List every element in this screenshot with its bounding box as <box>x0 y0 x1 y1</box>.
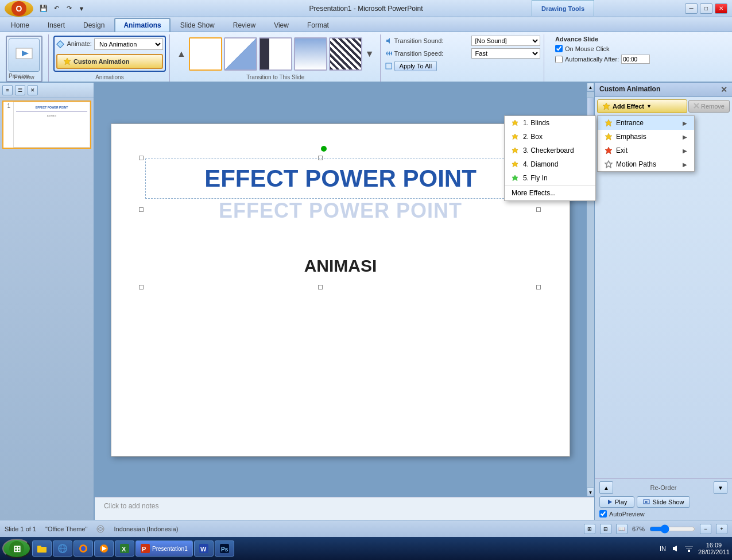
close-button[interactable]: ✕ <box>715 3 727 14</box>
system-clock[interactable]: 16:09 28/02/2011 <box>698 542 730 555</box>
custom-animation-panel: Custom Animation ✕ Add Effect ▼ Remove <box>594 83 732 520</box>
taskbar-firefox[interactable] <box>73 540 93 557</box>
effect-diamond[interactable]: 4. Diamond <box>505 157 595 171</box>
tab-insert[interactable]: Insert <box>39 18 73 32</box>
exit-menu-item[interactable]: Exit ▶ <box>598 144 694 157</box>
slideshow-button[interactable]: Slide Show <box>637 496 690 508</box>
rotate-handle[interactable] <box>321 146 327 152</box>
svg-marker-6 <box>64 58 71 65</box>
svg-text:W: W <box>200 546 207 553</box>
selection-handle-mr[interactable] <box>536 207 541 212</box>
sound-select[interactable]: [No Sound] <box>471 36 540 46</box>
zoom-slider[interactable] <box>649 525 695 533</box>
redo-button[interactable]: ↷ <box>63 3 75 14</box>
slide-thumbnail-1[interactable]: 1 EFFECT POWER POINT ANIMASI <box>2 101 91 149</box>
tab-home[interactable]: Home <box>2 18 38 32</box>
minimize-button[interactable]: ─ <box>685 3 698 14</box>
transition-settings-content: Transition Sound: [No Sound] Transition … <box>385 36 540 80</box>
effect-checkerboard[interactable]: 3. Checkerboard <box>505 144 595 157</box>
effect-box[interactable]: 2. Box <box>505 130 595 144</box>
panel-close-btn[interactable]: ✕ <box>721 85 727 94</box>
transition-prev[interactable]: ▲ <box>176 48 187 60</box>
slide-sorter-btn[interactable]: ⊟ <box>600 524 611 534</box>
svg-text:X: X <box>122 546 126 553</box>
play-button[interactable]: Play <box>599 496 634 508</box>
custom-animation-button[interactable]: Custom Animation <box>56 54 163 69</box>
save-button[interactable]: 💾 <box>38 3 49 14</box>
normal-view-btn[interactable]: ⊞ <box>584 524 595 534</box>
network-icon[interactable] <box>684 544 694 553</box>
svg-marker-18 <box>605 161 612 168</box>
tab-review[interactable]: Review <box>224 18 264 32</box>
selection-handle-br[interactable] <box>536 285 541 289</box>
zoom-out-btn[interactable]: − <box>700 524 711 534</box>
tab-view[interactable]: View <box>265 18 297 32</box>
animations-group: Animate: No Animation Custom Animation A… <box>50 34 170 82</box>
remove-button[interactable]: Remove <box>688 100 730 113</box>
transition-fade[interactable] <box>224 37 257 71</box>
scroll-down-button[interactable]: ▼ <box>587 488 594 497</box>
selection-handle-ml[interactable] <box>139 207 144 212</box>
emphasis-menu-item[interactable]: Emphasis ▶ <box>598 130 694 144</box>
custom-animation-box: Animate: No Animation Custom Animation <box>53 36 166 72</box>
advance-content: Advance Slide On Mouse Click Automatical… <box>555 36 650 80</box>
slide-mini-preview: EFFECT POWER POINT ANIMASI <box>13 102 90 148</box>
office-logo[interactable]: O <box>5 1 33 17</box>
taskbar-word[interactable]: W <box>194 540 214 557</box>
preview-button[interactable] <box>9 38 40 72</box>
zoom-in-btn[interactable]: + <box>716 524 727 534</box>
entrance-menu-item[interactable]: Entrance ▶ <box>598 116 694 130</box>
speed-select[interactable]: Fast <box>471 48 540 59</box>
volume-icon[interactable] <box>671 544 680 553</box>
effect-fly-in[interactable]: 5. Fly In <box>505 171 595 185</box>
slide-number: 1 <box>3 102 11 110</box>
maximize-button[interactable]: □ <box>700 3 712 14</box>
svg-marker-8 <box>386 51 388 56</box>
auto-after-check[interactable] <box>555 56 563 63</box>
transition-cover[interactable] <box>294 37 327 71</box>
effect-type-menu: Entrance ▶ Emphasis ▶ Exit ▶ <box>597 115 695 172</box>
taskbar-media[interactable] <box>94 540 114 557</box>
slide-thumbnail-area: 1 EFFECT POWER POINT ANIMASI <box>0 98 94 520</box>
auto-time-input[interactable] <box>621 55 650 64</box>
taskbar-photoshop[interactable]: Ps <box>215 540 234 557</box>
slide-sub-text: ANIMASI <box>304 256 377 275</box>
slide-canvas[interactable]: EFFECT POWER POINT EFFECT POWER POINT AN… <box>111 123 570 457</box>
reorder-up-button[interactable]: ▲ <box>599 481 613 494</box>
selection-handle-bm[interactable] <box>318 285 323 289</box>
taskbar-excel[interactable]: X <box>115 540 134 557</box>
transition-wipe[interactable] <box>259 37 292 71</box>
tab-design[interactable]: Design <box>75 18 113 32</box>
preview-group: Preview Preview <box>2 34 49 82</box>
tab-slideshow[interactable]: Slide Show <box>172 18 223 32</box>
tab-format[interactable]: Format <box>299 18 338 32</box>
animate-label: Animate: <box>56 40 92 48</box>
undo-button[interactable]: ↶ <box>51 3 62 14</box>
animate-select[interactable]: No Animation <box>94 38 163 50</box>
add-effect-button[interactable]: Add Effect ▼ <box>597 99 687 113</box>
notes-area[interactable]: Click to add notes <box>95 497 594 520</box>
scroll-up-button[interactable]: ▲ <box>587 83 594 92</box>
tab-animations[interactable]: Animations <box>114 18 170 32</box>
start-button[interactable]: ⊞ <box>2 539 31 558</box>
apply-all-button[interactable]: Apply To All <box>394 61 437 71</box>
taskbar-powerpoint[interactable]: P Presentation1 <box>135 540 193 557</box>
autopreview-check[interactable] <box>599 510 607 517</box>
more-effects[interactable]: More Effects... <box>505 185 595 200</box>
transition-none[interactable] <box>189 37 222 71</box>
customize-qa-button[interactable]: ▼ <box>76 3 87 14</box>
svg-rect-48 <box>688 550 690 552</box>
window-title: Presentation1 - Microsoft PowerPoint <box>309 5 423 13</box>
selection-handle-bl[interactable] <box>139 285 144 289</box>
motion-paths-menu-item[interactable]: Motion Paths ▶ <box>598 157 694 171</box>
taskbar-ie[interactable] <box>53 540 72 557</box>
preview-content: Preview <box>6 36 42 90</box>
transition-strips[interactable] <box>329 37 362 71</box>
transition-next[interactable]: ▼ <box>364 48 375 60</box>
reorder-down-button[interactable]: ▼ <box>714 481 727 494</box>
taskbar-folder[interactable] <box>32 540 52 557</box>
on-mouse-click-check[interactable] <box>555 45 563 52</box>
autopreview-row: AutoPreview <box>599 510 727 517</box>
reading-view-btn[interactable]: 📖 <box>616 524 628 534</box>
effect-blinds[interactable]: 1. Blinds <box>505 116 595 130</box>
